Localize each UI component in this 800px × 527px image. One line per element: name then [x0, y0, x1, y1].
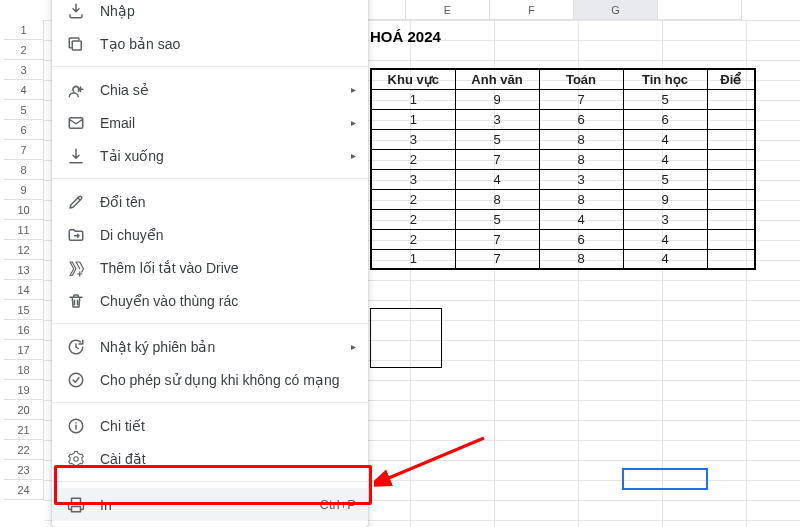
data-table[interactable]: Khu vựcAnh vănToánTin họcĐiể 19751366358… — [370, 68, 756, 270]
row-header[interactable]: 6 — [4, 120, 44, 140]
column-header[interactable] — [658, 0, 742, 20]
table-row[interactable]: 2764 — [371, 229, 755, 249]
table-cell[interactable]: 3 — [371, 129, 455, 149]
table-header-cell[interactable]: Anh văn — [455, 69, 539, 89]
table-cell[interactable] — [707, 229, 755, 249]
menu-item-tạo-bản-sao[interactable]: Tạo bản sao — [52, 27, 368, 60]
table-header-cell[interactable]: Điể — [707, 69, 755, 89]
row-header[interactable]: 2 — [4, 40, 44, 60]
table-cell[interactable] — [707, 109, 755, 129]
table-cell[interactable]: 4 — [539, 209, 623, 229]
table-header-cell[interactable]: Tin học — [623, 69, 707, 89]
table-cell[interactable]: 5 — [623, 89, 707, 109]
table-row[interactable]: 1975 — [371, 89, 755, 109]
menu-item-chi-tiết[interactable]: Chi tiết — [52, 409, 368, 442]
table-row[interactable]: 3584 — [371, 129, 755, 149]
row-header[interactable]: 24 — [4, 480, 44, 500]
row-header[interactable]: 17 — [4, 340, 44, 360]
table-cell[interactable]: 3 — [539, 169, 623, 189]
column-header[interactable]: F — [490, 0, 574, 20]
table-cell[interactable]: 5 — [623, 169, 707, 189]
row-header[interactable]: 21 — [4, 420, 44, 440]
table-cell[interactable]: 5 — [455, 129, 539, 149]
table-cell[interactable] — [707, 149, 755, 169]
row-header[interactable]: 13 — [4, 260, 44, 280]
table-cell[interactable]: 3 — [623, 209, 707, 229]
table-cell[interactable]: 8 — [539, 249, 623, 269]
table-cell[interactable]: 8 — [539, 129, 623, 149]
table-cell[interactable]: 9 — [623, 189, 707, 209]
table-cell[interactable]: 6 — [539, 229, 623, 249]
table-cell[interactable]: 2 — [371, 229, 455, 249]
table-cell[interactable]: 1 — [371, 249, 455, 269]
row-header[interactable]: 3 — [4, 60, 44, 80]
table-cell[interactable]: 6 — [539, 109, 623, 129]
table-cell[interactable] — [707, 209, 755, 229]
row-header[interactable]: 9 — [4, 180, 44, 200]
menu-item-đổi-tên[interactable]: Đổi tên — [52, 185, 368, 218]
row-header[interactable]: 19 — [4, 380, 44, 400]
menu-item-thêm-lối-tắt-vào-drive[interactable]: Thêm lối tắt vào Drive — [52, 251, 368, 284]
table-cell[interactable]: 4 — [623, 229, 707, 249]
table-cell[interactable]: 4 — [623, 149, 707, 169]
table-cell[interactable]: 1 — [371, 89, 455, 109]
row-header[interactable]: 11 — [4, 220, 44, 240]
table-cell[interactable]: 1 — [371, 109, 455, 129]
table-row[interactable]: 2784 — [371, 149, 755, 169]
row-header[interactable]: 4 — [4, 80, 44, 100]
table-cell[interactable]: 3 — [371, 169, 455, 189]
row-header[interactable]: 10 — [4, 200, 44, 220]
table-cell[interactable] — [707, 89, 755, 109]
table-row[interactable]: 3435 — [371, 169, 755, 189]
table-cell[interactable] — [707, 169, 755, 189]
table-cell[interactable]: 7 — [455, 229, 539, 249]
row-header[interactable]: 8 — [4, 160, 44, 180]
table-cell[interactable]: 7 — [455, 249, 539, 269]
table-header-cell[interactable]: Khu vực — [371, 69, 455, 89]
menu-item-cho-phép-sử-dụng-khi-không-có-mạng[interactable]: Cho phép sử dụng khi không có mạng — [52, 363, 368, 396]
table-cell[interactable] — [707, 129, 755, 149]
row-header[interactable]: 5 — [4, 100, 44, 120]
table-cell[interactable]: 4 — [455, 169, 539, 189]
menu-item-di-chuyển[interactable]: Di chuyển — [52, 218, 368, 251]
table-row[interactable]: 1784 — [371, 249, 755, 269]
table-row[interactable]: 2543 — [371, 209, 755, 229]
column-header[interactable]: E — [406, 0, 490, 20]
row-header[interactable]: 14 — [4, 280, 44, 300]
menu-item-nhập[interactable]: Nhập — [52, 0, 368, 27]
menu-item-nhật-ký-phiên-bản[interactable]: Nhật ký phiên bản▸ — [52, 330, 368, 363]
table-cell[interactable]: 4 — [623, 129, 707, 149]
table-cell[interactable]: 9 — [455, 89, 539, 109]
row-header[interactable]: 12 — [4, 240, 44, 260]
row-header[interactable]: 1 — [4, 20, 44, 40]
table-cell[interactable]: 8 — [539, 189, 623, 209]
table-cell[interactable]: 3 — [455, 109, 539, 129]
row-header[interactable]: 16 — [4, 320, 44, 340]
table-cell[interactable]: 7 — [539, 89, 623, 109]
row-header[interactable]: 22 — [4, 440, 44, 460]
table-cell[interactable]: 2 — [371, 209, 455, 229]
table-cell[interactable]: 4 — [623, 249, 707, 269]
table-cell[interactable]: 8 — [539, 149, 623, 169]
table-row[interactable]: 2889 — [371, 189, 755, 209]
table-header-cell[interactable]: Toán — [539, 69, 623, 89]
table-cell[interactable]: 2 — [371, 189, 455, 209]
menu-item-cài-đặt[interactable]: Cài đặt — [52, 442, 368, 475]
file-context-menu[interactable]: NhậpTạo bản saoChia sẻ▸Email▸Tải xuống▸Đ… — [52, 0, 368, 527]
row-header[interactable]: 20 — [4, 400, 44, 420]
table-cell[interactable] — [707, 249, 755, 269]
column-header[interactable]: G — [574, 0, 658, 20]
menu-item-chuyển-vào-thùng-rác[interactable]: Chuyển vào thùng rác — [52, 284, 368, 317]
row-header[interactable]: 7 — [4, 140, 44, 160]
table-row[interactable]: 1366 — [371, 109, 755, 129]
row-header[interactable]: 23 — [4, 460, 44, 480]
menu-item-email[interactable]: Email▸ — [52, 106, 368, 139]
row-header[interactable]: 15 — [4, 300, 44, 320]
table-cell[interactable]: 5 — [455, 209, 539, 229]
menu-item-in[interactable]: InCtrl+P — [52, 488, 368, 521]
table-cell[interactable]: 8 — [455, 189, 539, 209]
table-cell[interactable]: 2 — [371, 149, 455, 169]
row-header[interactable]: 18 — [4, 360, 44, 380]
table-cell[interactable]: 7 — [455, 149, 539, 169]
table-cell[interactable] — [707, 189, 755, 209]
